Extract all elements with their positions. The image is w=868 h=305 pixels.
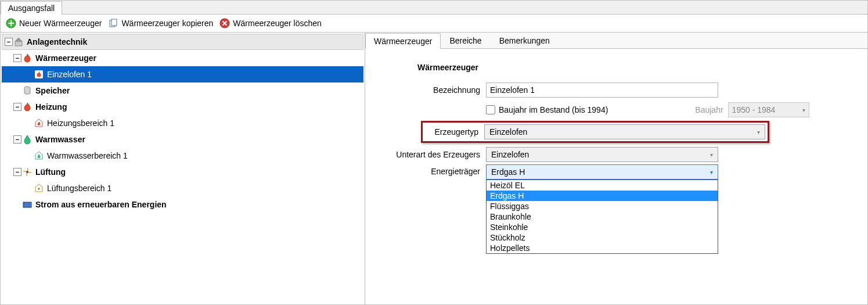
label: Heizung xyxy=(35,102,67,112)
split-pane: − Anlagentechnik − Wärmeerzeuger xyxy=(1,33,867,304)
delete-label: Wärmeerzeuger löschen xyxy=(233,19,322,28)
energietraeger-value: Erdgas H xyxy=(491,167,525,177)
energietraeger-options: Heizöl EL Erdgas H Flüssiggas Braunkohle… xyxy=(486,180,718,254)
baujahr-label: Baujahr xyxy=(695,105,723,114)
svg-point-12 xyxy=(38,188,39,189)
tab-bemerkungen[interactable]: Bemerkungen xyxy=(491,33,559,48)
label: Warmwasserbereich 1 xyxy=(47,151,128,160)
tab-bereiche[interactable]: Bereiche xyxy=(441,33,490,48)
fire-icon xyxy=(21,102,33,112)
tree-heizungsbereich-1[interactable]: Heizungsbereich 1 xyxy=(2,115,363,131)
heating-zone-icon xyxy=(33,118,45,128)
tree-speicher[interactable]: Speicher xyxy=(2,82,363,99)
unterart-select[interactable]: Einzelofen ▾ xyxy=(486,147,718,162)
bezeichnung-label: Bezeichnung xyxy=(376,85,480,95)
tree-root-label: Anlagentechnik xyxy=(27,37,87,46)
solar-icon xyxy=(21,199,33,210)
erzeugertyp-label: Erzeugertyp xyxy=(425,127,478,137)
label: Strom aus erneuerbaren Energien xyxy=(35,200,167,209)
tree-root[interactable]: − Anlagentechnik xyxy=(2,34,363,50)
chevron-down-icon: ▾ xyxy=(802,107,805,113)
tree: − Anlagentechnik − Wärmeerzeuger xyxy=(1,33,365,214)
toolbar: Neuer Wärmeerzeuger Wärmeerzeuger kopier… xyxy=(1,15,867,33)
option-braunkohle[interactable]: Braunkohle xyxy=(487,211,718,222)
copy-icon xyxy=(107,18,119,28)
option-heizoel-el[interactable]: Heizöl EL xyxy=(487,180,718,191)
form: Wärmeerzeuger Bezeichnung Baujahr im Bes… xyxy=(365,49,867,193)
chevron-down-icon: ▾ xyxy=(710,152,713,158)
tab-waermeerzeuger[interactable]: Wärmeerzeuger xyxy=(365,33,441,49)
tree-lueftung[interactable]: − Lüftung xyxy=(2,164,363,180)
new-button[interactable]: Neuer Wärmeerzeuger xyxy=(5,18,105,28)
erzeugertyp-highlight: Erzeugertyp Einzelofen ▾ xyxy=(421,121,769,143)
fire-icon xyxy=(33,69,45,80)
option-erdgas-h[interactable]: Erdgas H xyxy=(487,191,718,201)
expand-icon[interactable]: − xyxy=(13,168,21,176)
house-icon xyxy=(13,37,24,47)
tree-waermeerzeuger[interactable]: − Wärmeerzeuger xyxy=(2,50,363,66)
option-stueckholz[interactable]: Stückholz xyxy=(487,232,718,243)
copy-button[interactable]: Wärmeerzeuger kopieren xyxy=(107,18,217,28)
unterart-label: Unterart des Erzeugers xyxy=(376,150,480,159)
label: Lüftung xyxy=(35,167,66,177)
label: Lüftungsbereich 1 xyxy=(47,184,111,193)
option-fluessiggas[interactable]: Flüssiggas xyxy=(487,201,718,211)
drop-icon xyxy=(21,134,33,145)
tree-strom[interactable]: Strom aus erneuerbaren Energien xyxy=(2,196,363,213)
detail-panel: Wärmeerzeuger Bereiche Bemerkungen Wärme… xyxy=(365,33,867,304)
unterart-value: Einzelofen xyxy=(491,150,529,159)
chevron-down-icon: ▾ xyxy=(757,129,760,135)
label: Einzelofen 1 xyxy=(47,70,92,79)
app-window: Ausgangsfall Neuer Wärmeerzeuger Wärmeer… xyxy=(0,0,868,305)
tree-warmwasser[interactable]: − Warmwasser xyxy=(2,131,363,148)
label: Speicher xyxy=(35,86,70,95)
erzeugertyp-value: Einzelofen xyxy=(489,127,527,137)
option-holzpellets[interactable]: Holzpellets xyxy=(487,243,718,253)
delete-icon xyxy=(219,18,230,28)
svg-point-10 xyxy=(26,171,28,173)
detail-tab-bar: Wärmeerzeuger Bereiche Bemerkungen xyxy=(365,33,867,49)
tree-lueftungsbereich-1[interactable]: Lüftungsbereich 1 xyxy=(2,180,363,196)
erzeugertyp-select[interactable]: Einzelofen ▾ xyxy=(484,124,765,139)
water-zone-icon xyxy=(33,150,45,161)
svg-rect-2 xyxy=(111,19,117,26)
copy-label: Wärmeerzeuger kopieren xyxy=(121,19,213,28)
tree-warmwasserbereich-1[interactable]: Warmwasserbereich 1 xyxy=(2,148,363,164)
expand-icon[interactable]: − xyxy=(13,135,21,143)
add-icon xyxy=(5,18,17,28)
expand-icon[interactable]: − xyxy=(13,54,21,62)
svg-marker-5 xyxy=(15,38,23,42)
top-tab-bar: Ausgangsfall xyxy=(1,1,867,15)
option-steinkohle[interactable]: Steinkohle xyxy=(487,222,718,232)
baujahr-checkbox[interactable] xyxy=(486,105,495,114)
delete-button[interactable]: Wärmeerzeuger löschen xyxy=(219,18,325,28)
baujahr-select: 1950 - 1984 ▾ xyxy=(728,102,809,117)
fan-icon xyxy=(21,167,33,177)
chevron-down-icon: ▾ xyxy=(710,169,713,175)
new-label: Neuer Wärmeerzeuger xyxy=(19,19,102,28)
tree-panel: − Anlagentechnik − Wärmeerzeuger xyxy=(1,33,365,304)
tree-heizung[interactable]: − Heizung xyxy=(2,99,363,115)
energietraeger-label: Energieträger xyxy=(376,164,480,176)
section-title: Wärmeerzeuger xyxy=(417,63,857,72)
tree-einzelofen-1[interactable]: Einzelofen 1 xyxy=(2,66,363,82)
energietraeger-select[interactable]: Erdgas H ▾ xyxy=(486,164,718,180)
baujahr-value: 1950 - 1984 xyxy=(732,105,776,114)
storage-icon xyxy=(21,85,33,96)
label: Warmwasser xyxy=(35,135,85,144)
fire-icon xyxy=(21,53,33,63)
tab-ausgangsfall[interactable]: Ausgangsfall xyxy=(1,1,62,15)
ventilation-zone-icon xyxy=(33,183,45,193)
expand-icon[interactable]: − xyxy=(13,103,21,111)
bezeichnung-input[interactable] xyxy=(486,82,718,98)
label: Wärmeerzeuger xyxy=(35,53,96,63)
baujahr-checkbox-label: Baujahr im Bestand (bis 1994) xyxy=(499,105,608,114)
label: Heizungsbereich 1 xyxy=(47,119,114,128)
expand-icon[interactable]: − xyxy=(5,38,13,46)
